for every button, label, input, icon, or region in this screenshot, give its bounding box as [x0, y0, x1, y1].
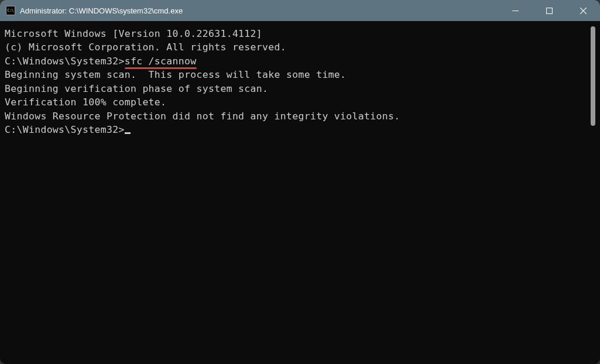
cursor: [125, 132, 131, 134]
verify-begin-line: Beginning verification phase of system s…: [5, 82, 595, 95]
close-button[interactable]: [566, 0, 600, 21]
cmd-window: C:\ Administrator: C:\WINDOWS\system32\c…: [0, 0, 600, 364]
maximize-button[interactable]: [532, 0, 566, 21]
copyright-line: (c) Microsoft Corporation. All rights re…: [5, 40, 595, 54]
maximize-icon: [546, 8, 553, 14]
scan-begin-line: Beginning system scan. This process will…: [5, 68, 595, 81]
terminal-area: Microsoft Windows [Version 10.0.22631.41…: [0, 21, 600, 364]
scrollbar-track[interactable]: [588, 25, 596, 360]
minimize-button[interactable]: [498, 0, 532, 21]
sfc-command: sfc /scannow: [125, 56, 197, 67]
cmd-icon-label: C:\: [7, 9, 13, 13]
titlebar[interactable]: C:\ Administrator: C:\WINDOWS\system32\c…: [0, 0, 600, 21]
result-line: Windows Resource Protection did not find…: [5, 109, 595, 123]
scrollbar-thumb[interactable]: [591, 26, 595, 126]
window-title: Administrator: C:\WINDOWS\system32\cmd.e…: [20, 6, 498, 15]
close-icon: [580, 8, 587, 14]
minimize-icon: [512, 8, 519, 14]
verify-complete-line: Verification 100% complete.: [5, 95, 595, 109]
prompt-2: C:\Windows\System32>: [5, 124, 125, 135]
version-line: Microsoft Windows [Version 10.0.22631.41…: [5, 27, 595, 40]
svg-rect-1: [546, 8, 552, 13]
command-line-1: C:\Windows\System32>sfc /scannow: [5, 54, 595, 68]
prompt-1: C:\Windows\System32>: [5, 56, 125, 67]
terminal-output[interactable]: Microsoft Windows [Version 10.0.22631.41…: [4, 25, 596, 360]
command-line-2: C:\Windows\System32>: [5, 123, 595, 136]
window-controls: [498, 0, 600, 21]
cmd-icon: C:\: [6, 6, 15, 15]
